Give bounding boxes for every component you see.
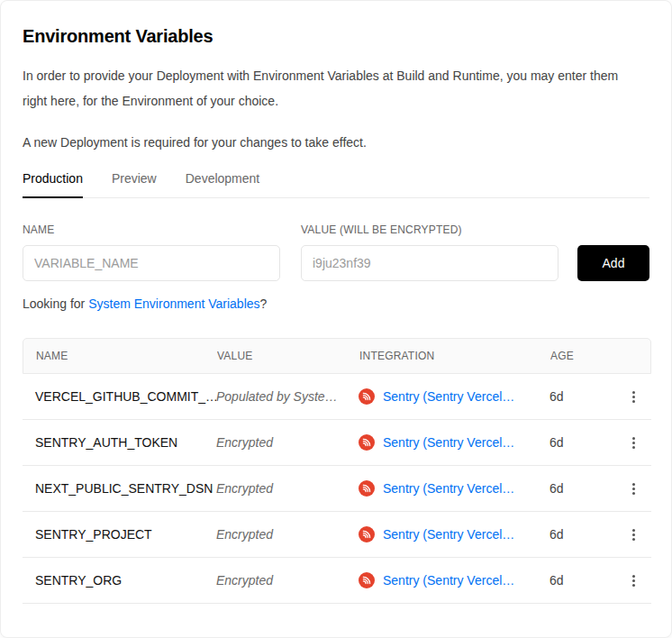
row-menu-button[interactable] (627, 433, 640, 452)
variable-name-input[interactable] (23, 245, 280, 281)
table-row: VERCEL_GITHUB_COMMIT_… Populated by Syst… (23, 374, 651, 420)
kebab-dot (632, 442, 635, 444)
env-var-age: 6d (549, 573, 615, 588)
env-var-value: Encrypted (216, 527, 359, 542)
name-field-label: NAME (23, 223, 280, 236)
env-var-integration: Sentry (Sentry Vercel… (359, 388, 549, 405)
env-var-name: NEXT_PUBLIC_SENTRY_DSN (23, 481, 216, 496)
kebab-dot (632, 446, 635, 449)
integration-link[interactable]: Sentry (Sentry Vercel… (383, 481, 514, 496)
env-variables-table: NAME VALUE INTEGRATION AGE VERCEL_GITHUB… (23, 338, 651, 604)
kebab-dot (632, 400, 635, 403)
env-var-integration: Sentry (Sentry Vercel… (359, 434, 549, 451)
env-var-value: Encrypted (216, 573, 359, 588)
system-env-variables-link[interactable]: System Environment Variables (88, 296, 259, 311)
sentry-icon (359, 388, 375, 405)
kebab-dot (632, 437, 635, 440)
tab-production[interactable]: Production (23, 171, 83, 198)
sentry-icon (359, 572, 375, 588)
kebab-dot (632, 575, 635, 578)
env-var-value: Encrypted (216, 481, 359, 496)
table-row: SENTRY_AUTH_TOKEN Encrypted Sentry (Sent… (23, 420, 651, 466)
column-header-integration: INTEGRATION (359, 350, 550, 362)
env-var-age: 6d (549, 481, 615, 496)
sentry-icon (359, 480, 375, 497)
kebab-dot (632, 529, 635, 532)
integration-link[interactable]: Sentry (Sentry Vercel… (383, 573, 514, 588)
env-var-integration: Sentry (Sentry Vercel… (359, 526, 549, 542)
env-var-age: 6d (549, 435, 615, 450)
env-var-integration: Sentry (Sentry Vercel… (359, 572, 549, 588)
add-button[interactable]: Add (577, 245, 649, 281)
page-title: Environment Variables (23, 26, 649, 47)
env-var-age: 6d (549, 389, 615, 404)
environment-tabs: Production Preview Development (23, 171, 649, 198)
environment-variables-panel: Environment Variables In order to provid… (0, 0, 672, 638)
env-var-name: SENTRY_PROJECT (23, 527, 216, 542)
variable-value-input[interactable] (301, 245, 558, 281)
kebab-dot (632, 396, 635, 398)
env-var-name: SENTRY_ORG (23, 573, 216, 588)
row-menu-button[interactable] (627, 479, 640, 498)
column-header-value: VALUE (217, 350, 359, 362)
sentry-icon (359, 526, 375, 542)
integration-link[interactable]: Sentry (Sentry Vercel… (383, 389, 514, 404)
env-var-name: SENTRY_AUTH_TOKEN (23, 435, 216, 450)
sentry-icon (359, 434, 375, 451)
table-row: NEXT_PUBLIC_SENTRY_DSN Encrypted Sentry … (23, 466, 651, 512)
add-variable-form: NAME VALUE (WILL BE ENCRYPTED) Add (23, 223, 649, 281)
description-text: In order to provide your Deployment with… (23, 63, 628, 114)
env-var-integration: Sentry (Sentry Vercel… (359, 480, 549, 497)
kebab-dot (632, 488, 635, 490)
table-row: SENTRY_ORG Encrypted Sentry (Sentry Verc… (23, 558, 651, 604)
row-menu-button[interactable] (627, 525, 640, 544)
system-env-hint-prefix: Looking for (23, 296, 88, 311)
row-menu-button[interactable] (627, 571, 640, 590)
table-row: SENTRY_PROJECT Encrypted Sentry (Sentry … (23, 512, 651, 558)
system-env-hint-suffix: ? (260, 296, 268, 311)
kebab-dot (632, 579, 635, 582)
table-body: VERCEL_GITHUB_COMMIT_… Populated by Syst… (23, 374, 651, 604)
env-var-value: Populated by Syste… (216, 389, 359, 404)
env-var-age: 6d (549, 527, 615, 542)
integration-link[interactable]: Sentry (Sentry Vercel… (383, 435, 514, 450)
env-var-name: VERCEL_GITHUB_COMMIT_… (23, 389, 216, 404)
kebab-dot (632, 533, 635, 536)
tab-development[interactable]: Development (186, 171, 260, 198)
kebab-dot (632, 483, 635, 486)
tab-preview[interactable]: Preview (112, 171, 157, 198)
redeploy-note-text: A new Deployment is required for your ch… (23, 130, 628, 155)
kebab-dot (632, 538, 635, 541)
value-field-group: VALUE (WILL BE ENCRYPTED) (301, 223, 558, 281)
integration-link[interactable]: Sentry (Sentry Vercel… (383, 527, 514, 542)
column-header-age: AGE (550, 350, 616, 362)
kebab-dot (632, 391, 635, 394)
value-field-label: VALUE (WILL BE ENCRYPTED) (301, 223, 558, 236)
table-header-row: NAME VALUE INTEGRATION AGE (23, 338, 651, 374)
row-menu-button[interactable] (627, 387, 640, 406)
kebab-dot (632, 584, 635, 587)
column-header-name: NAME (23, 350, 217, 362)
name-field-group: NAME (23, 223, 280, 281)
system-env-hint: Looking for System Environment Variables… (23, 296, 649, 311)
kebab-dot (632, 492, 635, 495)
env-var-value: Encrypted (216, 435, 359, 450)
